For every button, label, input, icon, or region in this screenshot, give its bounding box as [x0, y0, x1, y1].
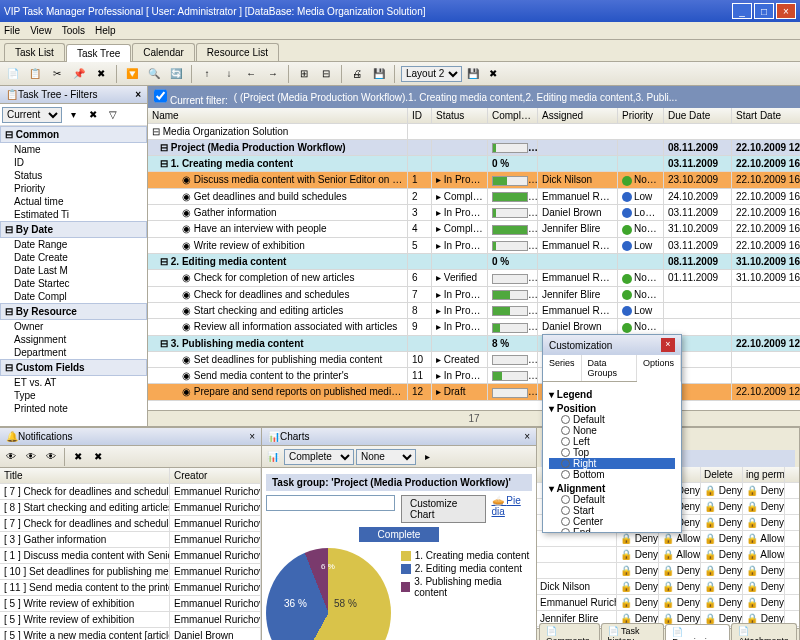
- tab-resource-list[interactable]: Resource List: [196, 43, 279, 61]
- tb-refresh-icon[interactable]: 🔄: [167, 65, 185, 83]
- filter-dropdown-icon[interactable]: ▾: [64, 106, 82, 124]
- notif-row[interactable]: [ 5 ] Write review of exhibitionEmmanuel…: [0, 612, 261, 628]
- notif-view1-icon[interactable]: 👁: [2, 448, 20, 466]
- custom-section[interactable]: ▾ Legend: [549, 389, 675, 400]
- filter-group[interactable]: ⊟ By Date: [0, 221, 147, 238]
- table-row[interactable]: ◉ Prepare and send reports on published …: [148, 384, 800, 400]
- custom-option[interactable]: Default: [549, 414, 675, 425]
- custom-option[interactable]: Top: [549, 447, 675, 458]
- tab-calendar[interactable]: Calendar: [132, 43, 195, 61]
- notif-row[interactable]: [ 11 ] Send media content to the printer…: [0, 580, 261, 596]
- col-header[interactable]: Start Date: [732, 108, 800, 123]
- filter-item[interactable]: Date Range: [0, 238, 147, 251]
- filter-item[interactable]: Date Last M: [0, 264, 147, 277]
- custom-tab[interactable]: Options: [637, 355, 681, 382]
- chart-refresh-icon[interactable]: ▸: [418, 448, 436, 466]
- perm-tab[interactable]: 📄 Attachments: [731, 623, 797, 640]
- menu-view[interactable]: View: [30, 25, 52, 36]
- notif-close-icon[interactable]: ×: [249, 431, 255, 442]
- tb-cut-icon[interactable]: ✂: [48, 65, 66, 83]
- col-header[interactable]: Status: [432, 108, 488, 123]
- col-header[interactable]: Assigned: [538, 108, 618, 123]
- custom-tab[interactable]: Series: [543, 355, 582, 381]
- table-row[interactable]: ⊟ Project (Media Production Workflow) 8 …: [148, 140, 800, 156]
- tab-task-tree[interactable]: Task Tree: [66, 44, 131, 62]
- notif-view2-icon[interactable]: 👁: [22, 448, 40, 466]
- perm-row[interactable]: Dick Nilson🔒 Deny(E🔒 Deny(E🔒 Deny(E🔒 Den…: [537, 579, 799, 595]
- table-row[interactable]: ◉ Check for deadlines and schedules7▸ In…: [148, 287, 800, 303]
- chart-input[interactable]: [266, 495, 395, 511]
- custom-option[interactable]: Right: [549, 458, 675, 469]
- filter-group[interactable]: ⊟ Custom Fields: [0, 359, 147, 376]
- perm-tab[interactable]: 📄 Permissions: [665, 624, 730, 640]
- filter-funnel-icon[interactable]: ▽: [104, 106, 122, 124]
- table-row[interactable]: ⊟ 2. Editing media content0 %08.11.20093…: [148, 254, 800, 270]
- filter-item[interactable]: Date Compl: [0, 290, 147, 303]
- layout-del-icon[interactable]: ✖: [484, 65, 502, 83]
- filter-item[interactable]: Estimated Ti: [0, 208, 147, 221]
- perm-row[interactable]: Emmanuel Rurichc🔒 Deny(E🔒 Deny(E🔒 Deny(E…: [537, 595, 799, 611]
- filter-item[interactable]: Date Startec: [0, 277, 147, 290]
- customize-chart-button[interactable]: Customize Chart: [401, 495, 486, 523]
- table-row[interactable]: ⊟ 3. Publishing media content8 %22.10.20…: [148, 336, 800, 352]
- tb-right-icon[interactable]: →: [264, 65, 282, 83]
- filter-item[interactable]: Priority: [0, 182, 147, 195]
- current-filter-checkbox[interactable]: Current filter:: [154, 88, 228, 106]
- tb-new-icon[interactable]: 📄: [4, 65, 22, 83]
- filter-clear-icon[interactable]: ✖: [84, 106, 102, 124]
- table-row[interactable]: ◉ Write review of exhibition5▸ In Progre…: [148, 238, 800, 254]
- custom-option[interactable]: Default: [549, 494, 675, 505]
- menu-tools[interactable]: Tools: [62, 25, 85, 36]
- custom-option[interactable]: Left: [549, 436, 675, 447]
- chart-type-icon[interactable]: 📊: [264, 448, 282, 466]
- layout-select[interactable]: Layout 2: [401, 66, 462, 82]
- tb-export-icon[interactable]: 💾: [370, 65, 388, 83]
- filter-item[interactable]: Date Create: [0, 251, 147, 264]
- close-button[interactable]: ×: [776, 3, 796, 19]
- menu-help[interactable]: Help: [95, 25, 116, 36]
- notif-row[interactable]: [ 1 ] Discuss media content with Senior …: [0, 548, 261, 564]
- table-row[interactable]: ⊟ 1. Creating media content0 %03.11.2009…: [148, 156, 800, 172]
- notif-view3-icon[interactable]: 👁: [42, 448, 60, 466]
- custom-section[interactable]: ▾ Position: [549, 403, 675, 414]
- tb-search-icon[interactable]: 🔍: [145, 65, 163, 83]
- table-row[interactable]: ◉ Set deadlines for publishing media con…: [148, 352, 800, 368]
- charts-close-icon[interactable]: ×: [524, 431, 530, 442]
- table-row[interactable]: ◉ Have an interview with people4▸ Comple…: [148, 221, 800, 237]
- filter-item[interactable]: Department: [0, 346, 147, 359]
- tb-down-icon[interactable]: ↓: [220, 65, 238, 83]
- custom-option[interactable]: None: [549, 425, 675, 436]
- notif-row[interactable]: [ 5 ] Write review of exhibitionEmmanuel…: [0, 596, 261, 612]
- tb-paste-icon[interactable]: 📌: [70, 65, 88, 83]
- chart-group-select[interactable]: None: [356, 449, 416, 465]
- notif-row[interactable]: [ 7 ] Check for deadlines and schedulesE…: [0, 484, 261, 500]
- col-header[interactable]: ID: [408, 108, 432, 123]
- layout-save-icon[interactable]: 💾: [464, 65, 482, 83]
- custom-option[interactable]: Start: [549, 505, 675, 516]
- custom-option[interactable]: End: [549, 527, 675, 532]
- filter-item[interactable]: Name: [0, 143, 147, 156]
- customization-close-icon[interactable]: ×: [661, 338, 675, 352]
- col-header[interactable]: Due Date: [664, 108, 732, 123]
- custom-option[interactable]: Bottom: [549, 469, 675, 480]
- filter-item[interactable]: Owner: [0, 320, 147, 333]
- filter-item[interactable]: ET vs. AT: [0, 376, 147, 389]
- custom-tab[interactable]: Data Groups: [582, 355, 637, 381]
- maximize-button[interactable]: □: [754, 3, 774, 19]
- filter-item[interactable]: Status: [0, 169, 147, 182]
- tb-print-icon[interactable]: 🖨: [348, 65, 366, 83]
- col-header[interactable]: Complete: [488, 108, 538, 123]
- table-row[interactable]: ◉ Discuss media content with Senior Edit…: [148, 172, 800, 188]
- filter-group[interactable]: ⊟ By Resource: [0, 303, 147, 320]
- col-header[interactable]: Name: [148, 108, 408, 123]
- perm-row[interactable]: 🔒 Deny(E🔒 Allow(E🔒 Deny(E🔒 Allow(E: [537, 531, 799, 547]
- col-header[interactable]: Priority: [618, 108, 664, 123]
- table-row[interactable]: ◉ Gather information3▸ In Progress 10 %D…: [148, 205, 800, 221]
- horizontal-scrollbar[interactable]: 17: [148, 410, 800, 426]
- notif-row[interactable]: [ 10 ] Set deadlines for publishing medi…: [0, 564, 261, 580]
- perm-tab[interactable]: 📄 Task history: [601, 623, 665, 640]
- notif-row[interactable]: [ 5 ] Write a new media content [article…: [0, 628, 261, 640]
- filter-item[interactable]: Actual time: [0, 195, 147, 208]
- tab-task-list[interactable]: Task List: [4, 43, 65, 61]
- filter-item[interactable]: ID: [0, 156, 147, 169]
